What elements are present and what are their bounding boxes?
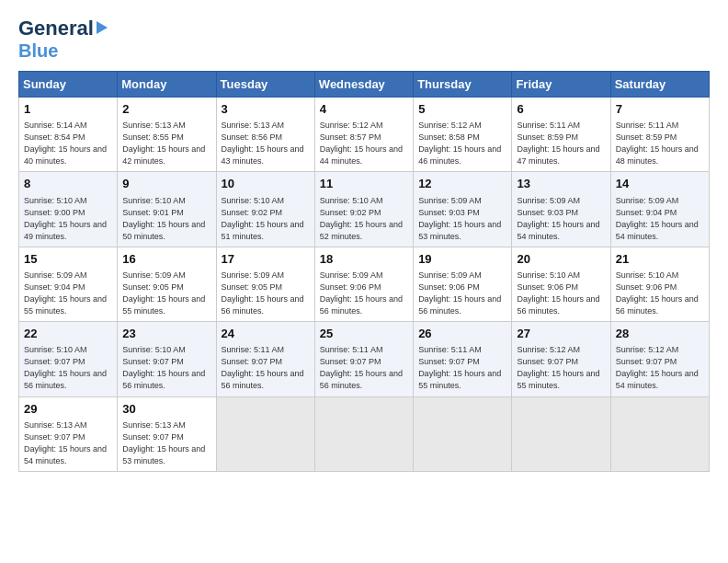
day-number: 1 — [24, 101, 112, 118]
calendar-cell: 16Sunrise: 5:09 AMSunset: 9:05 PMDayligh… — [118, 247, 216, 321]
logo-blue: Blue — [18, 40, 58, 62]
day-number: 11 — [320, 176, 408, 192]
calendar-cell: 20Sunrise: 5:10 AMSunset: 9:06 PMDayligh… — [512, 247, 610, 321]
day-info: Sunrise: 5:09 AMSunset: 9:04 PMDaylight:… — [616, 195, 704, 243]
day-info: Sunrise: 5:11 AMSunset: 8:59 PMDaylight:… — [517, 120, 605, 167]
logo: General Blue — [18, 17, 108, 62]
day-info: Sunrise: 5:09 AMSunset: 9:06 PMDaylight:… — [418, 270, 506, 317]
day-info: Sunrise: 5:10 AMSunset: 9:07 PMDaylight:… — [122, 344, 210, 392]
day-number: 7 — [616, 101, 704, 118]
calendar-header-row: SundayMondayTuesdayWednesdayThursdayFrid… — [19, 72, 710, 98]
calendar-cell: 2Sunrise: 5:13 AMSunset: 8:55 PMDaylight… — [118, 98, 216, 172]
col-header-thursday: Thursday — [414, 72, 512, 98]
day-info: Sunrise: 5:11 AMSunset: 9:07 PMDaylight:… — [320, 344, 408, 392]
calendar-cell: 8Sunrise: 5:10 AMSunset: 9:00 PMDaylight… — [19, 172, 118, 247]
calendar-cell: 19Sunrise: 5:09 AMSunset: 9:06 PMDayligh… — [414, 247, 512, 321]
calendar-cell — [314, 396, 413, 471]
day-info: Sunrise: 5:10 AMSunset: 9:07 PMDaylight:… — [24, 344, 112, 392]
day-number: 12 — [418, 176, 506, 192]
day-info: Sunrise: 5:12 AMSunset: 9:07 PMDaylight:… — [616, 344, 704, 392]
col-header-sunday: Sunday — [19, 72, 118, 98]
day-info: Sunrise: 5:09 AMSunset: 9:03 PMDaylight:… — [517, 195, 605, 243]
day-number: 13 — [517, 176, 605, 192]
col-header-saturday: Saturday — [610, 72, 709, 98]
page: General Blue SundayMondayTuesdayWednesda… — [0, 0, 728, 563]
calendar-cell — [512, 396, 610, 471]
calendar-cell: 13Sunrise: 5:09 AMSunset: 9:03 PMDayligh… — [512, 172, 610, 247]
day-info: Sunrise: 5:10 AMSunset: 9:02 PMDaylight:… — [222, 195, 310, 243]
day-number: 16 — [122, 251, 210, 268]
header: General Blue — [18, 17, 710, 62]
day-number: 17 — [222, 251, 310, 268]
calendar-cell: 12Sunrise: 5:09 AMSunset: 9:03 PMDayligh… — [414, 172, 512, 247]
day-number: 20 — [517, 251, 605, 268]
day-number: 22 — [24, 326, 112, 342]
day-number: 19 — [418, 251, 506, 268]
calendar-cell: 24Sunrise: 5:11 AMSunset: 9:07 PMDayligh… — [216, 322, 314, 396]
day-info: Sunrise: 5:09 AMSunset: 9:06 PMDaylight:… — [320, 270, 408, 317]
day-info: Sunrise: 5:11 AMSunset: 8:59 PMDaylight:… — [616, 120, 704, 167]
day-number: 28 — [616, 326, 704, 342]
day-number: 30 — [122, 401, 210, 418]
calendar-cell: 23Sunrise: 5:10 AMSunset: 9:07 PMDayligh… — [118, 322, 216, 396]
calendar-cell: 27Sunrise: 5:12 AMSunset: 9:07 PMDayligh… — [512, 322, 610, 396]
day-number: 18 — [320, 251, 408, 268]
calendar-week-row: 8Sunrise: 5:10 AMSunset: 9:00 PMDaylight… — [19, 172, 710, 247]
day-info: Sunrise: 5:13 AMSunset: 9:07 PMDaylight:… — [24, 419, 112, 467]
calendar-cell: 30Sunrise: 5:13 AMSunset: 9:07 PMDayligh… — [118, 396, 216, 471]
logo-triangle-icon — [97, 21, 108, 34]
calendar-cell: 22Sunrise: 5:10 AMSunset: 9:07 PMDayligh… — [19, 322, 118, 396]
calendar-cell: 3Sunrise: 5:13 AMSunset: 8:56 PMDaylight… — [216, 98, 314, 172]
day-number: 6 — [517, 101, 605, 118]
day-info: Sunrise: 5:09 AMSunset: 9:05 PMDaylight:… — [122, 270, 210, 317]
calendar-cell: 9Sunrise: 5:10 AMSunset: 9:01 PMDaylight… — [118, 172, 216, 247]
day-info: Sunrise: 5:12 AMSunset: 8:58 PMDaylight:… — [418, 120, 506, 167]
calendar-cell: 28Sunrise: 5:12 AMSunset: 9:07 PMDayligh… — [610, 322, 709, 396]
day-number: 4 — [320, 101, 408, 118]
calendar-cell: 11Sunrise: 5:10 AMSunset: 9:02 PMDayligh… — [314, 172, 413, 247]
day-info: Sunrise: 5:09 AMSunset: 9:03 PMDaylight:… — [418, 195, 506, 243]
calendar-cell: 26Sunrise: 5:11 AMSunset: 9:07 PMDayligh… — [414, 322, 512, 396]
day-info: Sunrise: 5:11 AMSunset: 9:07 PMDaylight:… — [418, 344, 506, 392]
day-info: Sunrise: 5:13 AMSunset: 8:56 PMDaylight:… — [222, 120, 310, 167]
day-number: 23 — [122, 326, 210, 342]
calendar-cell — [414, 396, 512, 471]
day-number: 27 — [517, 326, 605, 342]
calendar-cell: 29Sunrise: 5:13 AMSunset: 9:07 PMDayligh… — [19, 396, 118, 471]
day-number: 2 — [122, 101, 210, 118]
logo-general: General — [18, 17, 94, 40]
day-info: Sunrise: 5:10 AMSunset: 9:06 PMDaylight:… — [517, 270, 605, 317]
calendar-cell: 4Sunrise: 5:12 AMSunset: 8:57 PMDaylight… — [314, 98, 413, 172]
calendar-week-row: 22Sunrise: 5:10 AMSunset: 9:07 PMDayligh… — [19, 322, 710, 396]
day-info: Sunrise: 5:13 AMSunset: 8:55 PMDaylight:… — [122, 120, 210, 167]
calendar-cell: 18Sunrise: 5:09 AMSunset: 9:06 PMDayligh… — [314, 247, 413, 321]
calendar-cell — [610, 396, 709, 471]
calendar-cell: 15Sunrise: 5:09 AMSunset: 9:04 PMDayligh… — [19, 247, 118, 321]
calendar-cell: 10Sunrise: 5:10 AMSunset: 9:02 PMDayligh… — [216, 172, 314, 247]
calendar-cell: 5Sunrise: 5:12 AMSunset: 8:58 PMDaylight… — [414, 98, 512, 172]
day-info: Sunrise: 5:10 AMSunset: 9:06 PMDaylight:… — [616, 270, 704, 317]
calendar-table: SundayMondayTuesdayWednesdayThursdayFrid… — [18, 71, 710, 472]
day-number: 3 — [222, 101, 310, 118]
col-header-wednesday: Wednesday — [314, 72, 413, 98]
day-info: Sunrise: 5:13 AMSunset: 9:07 PMDaylight:… — [122, 419, 210, 467]
day-number: 5 — [418, 101, 506, 118]
calendar-week-row: 1Sunrise: 5:14 AMSunset: 8:54 PMDaylight… — [19, 98, 710, 172]
calendar-cell: 21Sunrise: 5:10 AMSunset: 9:06 PMDayligh… — [610, 247, 709, 321]
calendar-cell: 25Sunrise: 5:11 AMSunset: 9:07 PMDayligh… — [314, 322, 413, 396]
col-header-tuesday: Tuesday — [216, 72, 314, 98]
calendar-cell: 6Sunrise: 5:11 AMSunset: 8:59 PMDaylight… — [512, 98, 610, 172]
calendar-cell: 17Sunrise: 5:09 AMSunset: 9:05 PMDayligh… — [216, 247, 314, 321]
calendar-cell: 1Sunrise: 5:14 AMSunset: 8:54 PMDaylight… — [19, 98, 118, 172]
calendar-cell: 14Sunrise: 5:09 AMSunset: 9:04 PMDayligh… — [610, 172, 709, 247]
day-info: Sunrise: 5:14 AMSunset: 8:54 PMDaylight:… — [24, 120, 112, 167]
day-info: Sunrise: 5:09 AMSunset: 9:04 PMDaylight:… — [24, 270, 112, 317]
day-number: 10 — [222, 176, 310, 192]
day-number: 26 — [418, 326, 506, 342]
day-info: Sunrise: 5:10 AMSunset: 9:00 PMDaylight:… — [24, 195, 112, 243]
calendar-cell: 7Sunrise: 5:11 AMSunset: 8:59 PMDaylight… — [610, 98, 709, 172]
day-info: Sunrise: 5:12 AMSunset: 8:57 PMDaylight:… — [320, 120, 408, 167]
calendar-week-row: 29Sunrise: 5:13 AMSunset: 9:07 PMDayligh… — [19, 396, 710, 471]
calendar-cell — [216, 396, 314, 471]
calendar-week-row: 15Sunrise: 5:09 AMSunset: 9:04 PMDayligh… — [19, 247, 710, 321]
